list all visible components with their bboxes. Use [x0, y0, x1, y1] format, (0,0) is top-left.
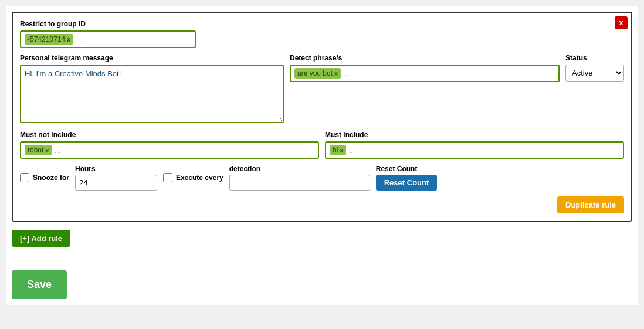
status-select[interactable]: Active Inactive	[565, 65, 624, 82]
must-include-ellipsis: ...	[348, 146, 355, 155]
close-rule-button[interactable]: x	[615, 16, 628, 29]
personal-msg-label: Personal telegram message	[20, 54, 284, 62]
detect-phrase-tag-text: are you bot	[297, 69, 333, 77]
snooze-checkbox[interactable]	[20, 173, 29, 182]
status-wrap: Status Active Inactive	[565, 54, 624, 82]
hours-input[interactable]	[75, 175, 157, 191]
save-wrap: Save	[12, 270, 632, 299]
row-actions: Duplicate rule	[20, 196, 624, 213]
must-not-tag-text: robot	[28, 146, 43, 154]
detect-phrase-ellipsis: ...	[343, 69, 350, 78]
detection-input[interactable]	[229, 175, 370, 191]
must-include-wrap: Must include hi x ...	[325, 131, 624, 159]
snooze-label: Snooze for	[33, 174, 69, 182]
reset-count-group: Reset Count Reset Count	[376, 165, 438, 191]
must-include-input[interactable]: hi x ...	[325, 141, 624, 159]
duplicate-rule-button[interactable]: Duplicate rule	[557, 196, 624, 213]
restrict-row: Restrict to group ID -574210714 x ...	[20, 20, 624, 48]
save-button[interactable]: Save	[12, 270, 67, 299]
restrict-tag: -574210714 x	[25, 34, 73, 45]
detect-phrase-label: Detect phrase/s	[290, 54, 560, 62]
personal-msg-textarea[interactable]: Hi, I'm a Creative Minds Bot!	[20, 65, 284, 123]
execute-group: Execute every	[163, 173, 223, 182]
must-not-ellipsis: ...	[54, 146, 60, 155]
restrict-tag-text: -574210714	[28, 35, 65, 43]
must-include-tag: hi x	[330, 145, 346, 155]
must-include-tag-text: hi	[333, 146, 338, 154]
detect-phrase-input[interactable]: are you bot x ...	[290, 65, 560, 82]
snooze-group: Snooze for	[20, 173, 69, 182]
row-4: Snooze for Hours Execute every detection…	[20, 165, 624, 191]
detection-group: detection	[229, 165, 370, 191]
page-container: x Restrict to group ID -574210714 x ... …	[6, 6, 638, 305]
detect-phrase-wrap: Detect phrase/s are you bot x ...	[290, 54, 560, 82]
rule-box: x Restrict to group ID -574210714 x ... …	[12, 12, 632, 222]
must-not-wrap: Must not include robot x ...	[20, 131, 319, 159]
restrict-tag-input[interactable]: -574210714 x ...	[20, 30, 196, 48]
add-rule-button[interactable]: [+] Add rule	[12, 230, 70, 247]
restrict-input-wrap: -574210714 x ...	[20, 30, 196, 48]
detect-phrase-tag-remove[interactable]: x	[334, 70, 338, 77]
must-not-label: Must not include	[20, 131, 319, 139]
hours-group: Hours	[75, 165, 157, 191]
personal-msg-wrap: Personal telegram message Hi, I'm a Crea…	[20, 54, 284, 125]
execute-label: Execute every	[176, 174, 223, 182]
reset-count-button[interactable]: Reset Count	[376, 175, 438, 191]
must-not-tag: robot x	[25, 145, 52, 155]
execute-checkbox[interactable]	[163, 173, 172, 182]
row-3: Must not include robot x ... Must includ…	[20, 131, 624, 159]
must-not-tag-remove[interactable]: x	[45, 147, 49, 154]
reset-count-label: Reset Count	[376, 165, 438, 173]
hours-label: Hours	[75, 165, 157, 173]
status-label: Status	[565, 54, 624, 62]
must-include-label: Must include	[325, 131, 624, 139]
row-2: Personal telegram message Hi, I'm a Crea…	[20, 54, 624, 125]
restrict-tag-remove[interactable]: x	[67, 36, 70, 43]
restrict-label: Restrict to group ID	[20, 20, 624, 28]
detect-phrase-tag: are you bot x	[294, 68, 341, 79]
add-rule-wrap: [+] Add rule	[12, 230, 632, 259]
detection-label: detection	[229, 165, 370, 173]
must-not-input[interactable]: robot x ...	[20, 141, 319, 159]
must-include-tag-remove[interactable]: x	[340, 147, 343, 154]
restrict-ellipsis: ...	[76, 35, 82, 44]
